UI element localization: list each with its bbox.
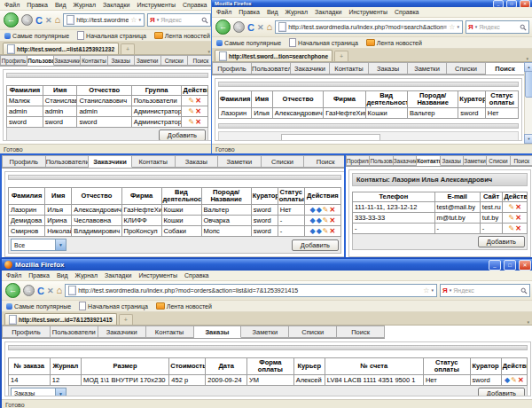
tab-lists[interactable]: Списки [161,55,188,66]
pencil-icon[interactable]: ✎ [189,98,195,105]
back-button[interactable]: ← [4,12,19,27]
tab-search[interactable]: Поиск [486,62,525,75]
home-icon[interactable]: ⌂ [57,286,63,295]
filter-select[interactable]: Все▼ [11,239,66,251]
title-bar[interactable]: Mozilla Firefox _ □ ✕ [2,259,532,271]
yandex-search-box[interactable]: Я ▾ Яндекс [440,284,530,297]
pencil-icon[interactable]: ✎ [509,204,515,211]
menu-view[interactable]: Вид [55,2,66,8]
menu-history[interactable]: Журнал [286,9,309,15]
menu-tools[interactable]: Инструменты [138,272,177,279]
minimize-button[interactable]: _ [489,260,501,271]
select-dropdown-icon[interactable]: ▼ [55,388,66,396]
menu-edit[interactable]: Правка [27,2,48,8]
browser-tab[interactable]: http://test.swor...id=7&1253921415 [4,313,117,325]
diamond-icon[interactable]: ◆ [310,207,316,214]
new-tab-button[interactable]: + [334,51,348,61]
bookmark-most-popular[interactable]: Самые популярные [4,33,69,39]
pencil-icon[interactable]: ✎ [511,377,517,384]
menu-tools[interactable]: Инструменты [348,9,387,15]
add-button[interactable]: Добавить [478,388,525,396]
tab-notes[interactable]: Заметки [135,55,161,66]
bookmark-news-feed[interactable]: Лента новостей [156,302,212,310]
tab-orders[interactable]: Заказы [369,62,408,75]
tab-contacts[interactable]: Контакты [81,55,107,66]
scroll-down-icon[interactable]: ▼ [524,134,532,144]
tab-search[interactable]: Поиск [511,155,532,166]
tab-profile[interactable]: Профиль [212,62,252,75]
tab-customers[interactable]: Заказчики [394,155,417,166]
bookmark-start-page[interactable]: Начальная страница [289,38,358,47]
bookmark-news-feed[interactable]: Лента новостей [154,32,210,39]
list-all-tabs-icon[interactable]: ▾ [525,319,531,325]
tab-contacts[interactable]: Контакты [330,62,369,75]
bookmark-star-icon[interactable]: ☆ [423,287,429,294]
tab-search[interactable]: Поиск [304,155,348,168]
delete-x-icon[interactable]: ✕ [195,119,201,126]
tab-profile[interactable]: Профиль [2,155,46,168]
menu-bookmarks[interactable]: Закладки [315,9,341,15]
close-button[interactable]: ✕ [519,260,531,271]
tab-customers[interactable]: Заказчики [89,155,132,168]
search-engine-dropdown-icon[interactable]: ▾ [475,25,478,29]
bookmark-star-icon[interactable]: ☆ [130,17,137,24]
add-button[interactable]: Добавить [159,129,206,141]
tab-customers[interactable]: Заказчики [98,326,146,338]
forward-button[interactable]: → [21,14,33,26]
magnifier-icon[interactable] [520,24,527,31]
tab-search[interactable]: Поиск [337,326,385,338]
search-engine-dropdown-icon[interactable]: ▾ [450,288,452,293]
tab-notes[interactable]: Заметки [464,155,487,166]
delete-x-icon[interactable]: ✕ [515,204,521,211]
tab-profile[interactable]: Профиль [0,55,27,66]
bookmark-news-feed[interactable]: Лента новостей [366,39,422,46]
bookmark-most-popular[interactable]: Самые популярные [6,303,71,310]
home-icon[interactable]: ⌂ [267,22,273,32]
delete-x-icon[interactable]: ✕ [330,207,336,214]
tab-contacts[interactable]: Контакты [417,155,440,166]
address-bar[interactable]: http://test.swordmedia.ru/index.php?mod=… [275,20,463,34]
address-bar[interactable]: http://test.swordmedia.ru ☆ ▾ [63,13,145,27]
tab-users[interactable]: Пользователи [370,155,393,166]
delete-x-icon[interactable]: ✕ [195,98,201,105]
tab-lists[interactable]: Списки [487,155,510,166]
new-tab-button[interactable]: + [119,314,133,325]
address-bar[interactable]: http://test.swordmedia.ru/index.php?mod=… [65,284,437,297]
bookmark-star-icon[interactable]: ☆ [449,24,455,31]
diamond-icon[interactable]: ◆ [505,377,510,384]
menu-history[interactable]: Журнал [74,2,97,8]
diamond-icon[interactable]: ◆ [317,228,322,235]
menu-bookmarks[interactable]: Закладки [103,2,129,8]
bookmark-start-page[interactable]: Начальная страница [77,31,146,40]
delete-x-icon[interactable]: ✕ [195,108,201,115]
back-button[interactable]: ← [5,283,20,298]
menu-edit[interactable]: Правка [239,9,260,15]
tab-lists[interactable]: Списки [289,326,337,338]
tab-contacts[interactable]: Контакты [146,326,194,338]
bookmark-start-page[interactable]: Начальная страница [79,302,148,310]
diamond-icon[interactable]: ◆ [310,228,316,235]
list-all-tabs-icon[interactable]: ▾ [524,56,530,61]
menu-tools[interactable]: Инструменты [137,2,176,8]
reload-icon[interactable]: C [35,15,43,26]
add-button[interactable]: Добавить [478,236,525,247]
tab-contacts[interactable]: Контакты [132,155,176,168]
address-dropdown-icon[interactable]: ▾ [138,18,141,22]
menu-help[interactable]: Справка [395,9,419,15]
tab-users[interactable]: Пользователи [51,326,98,338]
diamond-icon[interactable]: ◆ [317,207,322,214]
browser-tab[interactable]: http://test.sword...=list&1253921232 [3,43,119,54]
add-button[interactable]: Добавить [292,239,339,251]
tab-lists[interactable]: Списки [262,155,305,168]
menu-bookmarks[interactable]: Закладки [105,272,131,279]
address-dropdown-icon[interactable]: ▾ [457,25,459,29]
tab-orders[interactable]: Заказы [108,55,135,66]
tab-orders[interactable]: Заказы [176,155,219,168]
stop-icon[interactable]: ✕ [45,16,52,25]
reload-icon[interactable]: C [247,22,254,33]
select-dropdown-icon[interactable]: ▼ [55,239,66,250]
tab-notes[interactable]: Заметки [241,326,289,338]
yandex-search-box[interactable]: Я ▾ Яндекс [466,20,529,34]
delete-x-icon[interactable]: ✕ [330,228,336,235]
diamond-icon[interactable]: ◆ [310,217,316,224]
